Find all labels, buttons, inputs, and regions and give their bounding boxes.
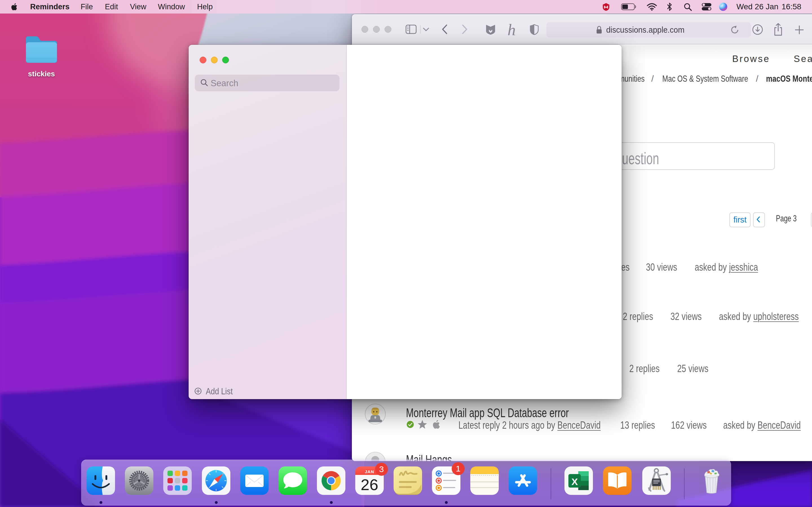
svg-text:X: X xyxy=(571,476,578,487)
svg-text:26: 26 xyxy=(361,476,378,494)
svg-text:JAN: JAN xyxy=(365,469,374,474)
